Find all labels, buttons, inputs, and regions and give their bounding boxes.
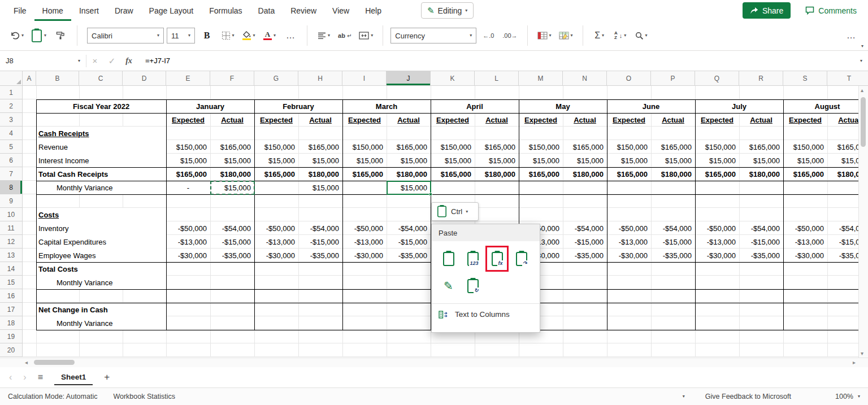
cell-B18[interactable]: Monthly Variance [36, 316, 166, 330]
scroll-right-icon[interactable]: ▸ [853, 359, 856, 367]
sort-filter-button[interactable]: A Z ↓ ▾ [611, 27, 630, 45]
vertical-scrollbar-thumb[interactable] [861, 97, 866, 147]
column-header-L[interactable]: L [475, 71, 519, 86]
menu-tab-review[interactable]: Review [283, 0, 324, 21]
cell-H12[interactable]: -$15,000 [298, 235, 342, 249]
column-header-I[interactable]: I [342, 71, 387, 86]
cell-E7[interactable]: $165,000 [166, 167, 210, 181]
cell-H6[interactable]: $15,000 [298, 154, 342, 167]
cell-R12[interactable]: -$15,000 [739, 235, 783, 249]
cell-N3[interactable]: Actual [563, 113, 607, 127]
cell-E3[interactable]: Expected [166, 113, 210, 127]
increase-decimal-button[interactable]: .00→ [500, 27, 519, 45]
cell-G5[interactable]: $150,000 [254, 140, 298, 154]
cell-month-may[interactable]: May [519, 99, 607, 113]
decrease-decimal-button[interactable]: ←.0 [479, 27, 497, 45]
cell-B8[interactable]: Monthly Variance [36, 181, 166, 194]
cell-S11[interactable]: -$50,000 [783, 221, 827, 235]
comments-button[interactable]: Comments [800, 2, 862, 19]
cell-K7[interactable]: $165,000 [431, 167, 475, 181]
cell-L6[interactable]: $15,000 [475, 154, 519, 167]
column-header-D[interactable]: D [123, 71, 166, 86]
paste-formatting-button[interactable]: ✎ [440, 276, 457, 296]
menu-tab-page-layout[interactable]: Page Layout [141, 0, 202, 21]
cell-I5[interactable]: $150,000 [342, 140, 387, 154]
row-header-12[interactable]: 12 [0, 235, 23, 249]
cell-month-january[interactable]: January [166, 99, 254, 113]
cell-month-august[interactable]: August [783, 99, 868, 113]
cell-M7[interactable]: $165,000 [519, 167, 563, 181]
cell-L7[interactable]: $180,000 [475, 167, 519, 181]
row-header-16[interactable]: 16 [0, 289, 23, 303]
add-sheet-button[interactable]: + [104, 372, 110, 383]
menu-tab-help[interactable]: Help [357, 0, 389, 21]
cell-R7[interactable]: $180,000 [739, 167, 783, 181]
paste-button[interactable]: ▾ [29, 27, 49, 45]
cell-H8[interactable]: $15,000 [298, 181, 342, 194]
cell-I7[interactable]: $165,000 [342, 167, 387, 181]
cell-I6[interactable]: $15,000 [342, 154, 387, 167]
horizontal-scrollbar-thumb[interactable] [34, 360, 75, 365]
all-sheets-menu-icon[interactable]: ≡ [38, 372, 43, 382]
cell-E12[interactable]: -$13,000 [166, 235, 210, 249]
cell-F13[interactable]: -$35,000 [210, 249, 254, 262]
cell-I12[interactable]: -$13,000 [342, 235, 387, 249]
row-header-3[interactable]: 3 [0, 113, 23, 127]
cell-Q3[interactable]: Expected [695, 113, 739, 127]
cell-O5[interactable]: $150,000 [607, 140, 651, 154]
menu-tab-draw[interactable]: Draw [107, 0, 141, 21]
cell-E5[interactable]: $150,000 [166, 140, 210, 154]
cell-S12[interactable]: -$13,000 [783, 235, 827, 249]
cell-N12[interactable]: -$15,000 [563, 235, 607, 249]
cell-N7[interactable]: $180,000 [563, 167, 607, 181]
column-header-G[interactable]: G [254, 71, 298, 86]
menu-tab-file[interactable]: File [6, 0, 34, 21]
row-header-10[interactable]: 10 [0, 208, 23, 221]
row-header-20[interactable]: 20 [0, 343, 23, 357]
bold-button[interactable]: B [198, 27, 216, 45]
menu-tab-formulas[interactable]: Formulas [201, 0, 250, 21]
column-header-B[interactable]: B [36, 71, 79, 86]
cell-B15[interactable]: Monthly Variance [36, 276, 166, 289]
cell-Q6[interactable]: $15,000 [695, 154, 739, 167]
cell-R5[interactable]: $165,000 [739, 140, 783, 154]
zoom-control[interactable]: 100% ▾ [835, 393, 860, 400]
paste-options-ctrl-button[interactable]: Ctrl ▾ [431, 202, 479, 221]
cell-S5[interactable]: $150,000 [783, 140, 827, 154]
row-header-19[interactable]: 19 [0, 330, 23, 343]
cell-J5[interactable]: $165,000 [387, 140, 431, 154]
fill-handle[interactable] [429, 193, 432, 196]
cell-M5[interactable]: $150,000 [519, 140, 563, 154]
more-font-options-button[interactable]: … [281, 27, 300, 45]
cell-F5[interactable]: $165,000 [210, 140, 254, 154]
find-button[interactable]: ▾ [632, 27, 650, 45]
select-all-corner[interactable] [0, 71, 23, 86]
editing-mode-dropdown[interactable]: ✎ Editing ▾ [421, 2, 474, 19]
cell-R13[interactable]: -$35,000 [739, 249, 783, 262]
column-header-P[interactable]: P [651, 71, 695, 86]
text-to-columns-item[interactable]: Text to Columns [432, 304, 540, 325]
wrap-text-button[interactable]: ab ↵ [336, 27, 354, 45]
cell-H5[interactable]: $165,000 [298, 140, 342, 154]
cell-P13[interactable]: -$35,000 [651, 249, 695, 262]
cell-O3[interactable]: Expected [607, 113, 651, 127]
menu-tab-insert[interactable]: Insert [71, 0, 107, 21]
column-header-E[interactable]: E [166, 71, 210, 86]
column-header-S[interactable]: S [783, 71, 827, 86]
ribbon-collapse-chevron[interactable]: ▾ [861, 44, 863, 49]
cell-I13[interactable]: -$30,000 [342, 249, 387, 262]
row-header-18[interactable]: 18 [0, 316, 23, 330]
cell-O12[interactable]: -$13,000 [607, 235, 651, 249]
cell-H13[interactable]: -$35,000 [298, 249, 342, 262]
cell-styles-button[interactable]: ▾ [557, 27, 575, 45]
cell-month-june[interactable]: June [607, 99, 695, 113]
sheet-tab-sheet1[interactable]: Sheet1 [54, 369, 93, 385]
cell-S3[interactable]: Expected [783, 113, 827, 127]
cell-B17[interactable]: Net Change in Cash [36, 303, 166, 316]
row-header-17[interactable]: 17 [0, 303, 23, 316]
row-header-14[interactable]: 14 [0, 262, 23, 276]
formula-input[interactable]: =+J7-I7 [145, 56, 170, 65]
cell-P3[interactable]: Actual [651, 113, 695, 127]
cell-B13[interactable]: Employee Wages [36, 249, 166, 262]
column-header-T[interactable]: T [827, 71, 868, 86]
